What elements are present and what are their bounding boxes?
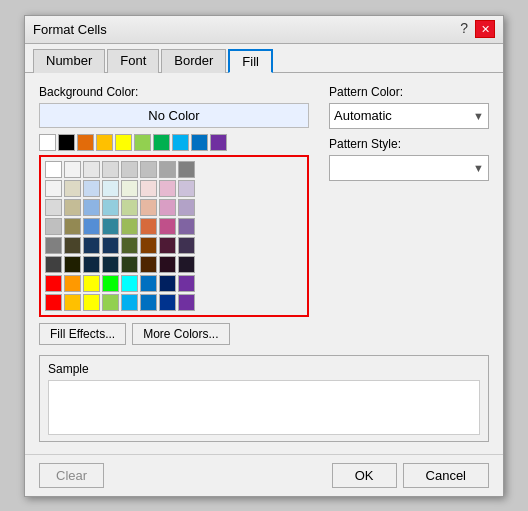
basic-swatch-2[interactable] [77, 134, 94, 151]
grid-swatch-5-3[interactable] [102, 256, 119, 273]
grid-swatch-0-4[interactable] [121, 161, 138, 178]
grid-swatch-7-1[interactable] [64, 294, 81, 311]
grid-swatch-3-3[interactable] [102, 218, 119, 235]
grid-swatch-6-3[interactable] [102, 275, 119, 292]
grid-swatch-4-0[interactable] [45, 237, 62, 254]
grid-swatch-6-6[interactable] [159, 275, 176, 292]
tab-font[interactable]: Font [107, 49, 159, 73]
grid-swatch-4-6[interactable] [159, 237, 176, 254]
grid-swatch-2-5[interactable] [140, 199, 157, 216]
basic-swatch-6[interactable] [153, 134, 170, 151]
grid-swatch-5-2[interactable] [83, 256, 100, 273]
grid-swatch-5-6[interactable] [159, 256, 176, 273]
grid-swatch-2-1[interactable] [64, 199, 81, 216]
cancel-button[interactable]: Cancel [403, 463, 489, 488]
grid-swatch-0-6[interactable] [159, 161, 176, 178]
sample-section: Sample [39, 355, 489, 442]
basic-swatch-1[interactable] [58, 134, 75, 151]
help-button[interactable]: ? [456, 20, 472, 38]
no-color-button[interactable]: No Color [39, 103, 309, 128]
grid-swatch-0-5[interactable] [140, 161, 157, 178]
basic-swatch-5[interactable] [134, 134, 151, 151]
grid-swatch-6-2[interactable] [83, 275, 100, 292]
grid-swatch-0-3[interactable] [102, 161, 119, 178]
basic-swatch-3[interactable] [96, 134, 113, 151]
grid-swatch-1-3[interactable] [102, 180, 119, 197]
grid-swatch-1-4[interactable] [121, 180, 138, 197]
grid-swatch-3-5[interactable] [140, 218, 157, 235]
grid-swatch-3-0[interactable] [45, 218, 62, 235]
ok-button[interactable]: OK [332, 463, 397, 488]
grid-swatch-4-3[interactable] [102, 237, 119, 254]
pattern-color-value: Automatic [334, 108, 392, 123]
grid-swatch-2-3[interactable] [102, 199, 119, 216]
close-button[interactable]: ✕ [475, 20, 495, 38]
grid-swatch-1-0[interactable] [45, 180, 62, 197]
grid-swatch-0-2[interactable] [83, 161, 100, 178]
more-colors-button[interactable]: More Colors... [132, 323, 229, 345]
grid-swatch-6-5[interactable] [140, 275, 157, 292]
basic-swatch-8[interactable] [191, 134, 208, 151]
grid-swatch-7-7[interactable] [178, 294, 195, 311]
basic-colors-row [39, 134, 309, 151]
basic-swatch-4[interactable] [115, 134, 132, 151]
grid-swatch-4-2[interactable] [83, 237, 100, 254]
tab-border[interactable]: Border [161, 49, 226, 73]
grid-swatch-4-1[interactable] [64, 237, 81, 254]
grid-swatch-0-7[interactable] [178, 161, 195, 178]
grid-swatch-6-4[interactable] [121, 275, 138, 292]
grid-swatch-1-5[interactable] [140, 180, 157, 197]
tab-number[interactable]: Number [33, 49, 105, 73]
grid-swatch-5-1[interactable] [64, 256, 81, 273]
basic-swatch-9[interactable] [210, 134, 227, 151]
grid-swatch-3-1[interactable] [64, 218, 81, 235]
grid-swatch-0-0[interactable] [45, 161, 62, 178]
grid-swatch-2-0[interactable] [45, 199, 62, 216]
grid-swatch-1-1[interactable] [64, 180, 81, 197]
fill-content: Background Color: No Color [25, 73, 503, 454]
grid-swatch-2-4[interactable] [121, 199, 138, 216]
grid-swatch-6-0[interactable] [45, 275, 62, 292]
bottom-bar: Clear OK Cancel [25, 454, 503, 496]
grid-swatch-5-5[interactable] [140, 256, 157, 273]
grid-swatch-4-7[interactable] [178, 237, 195, 254]
grid-swatch-1-6[interactable] [159, 180, 176, 197]
basic-swatch-7[interactable] [172, 134, 189, 151]
background-color-label: Background Color: [39, 85, 309, 99]
grid-swatch-2-2[interactable] [83, 199, 100, 216]
dialog-title: Format Cells [33, 22, 107, 37]
grid-swatch-7-0[interactable] [45, 294, 62, 311]
grid-swatch-7-5[interactable] [140, 294, 157, 311]
two-column-layout: Background Color: No Color [39, 85, 489, 345]
clear-button[interactable]: Clear [39, 463, 104, 488]
pattern-style-dropdown[interactable]: ▼ [329, 155, 489, 181]
grid-swatch-1-2[interactable] [83, 180, 100, 197]
basic-swatch-0[interactable] [39, 134, 56, 151]
pattern-color-arrow-icon: ▼ [473, 110, 484, 122]
grid-swatch-6-7[interactable] [178, 275, 195, 292]
grid-swatch-2-6[interactable] [159, 199, 176, 216]
fill-effects-button[interactable]: Fill Effects... [39, 323, 126, 345]
grid-swatch-7-4[interactable] [121, 294, 138, 311]
sample-label: Sample [48, 362, 480, 376]
tab-fill[interactable]: Fill [228, 49, 273, 73]
grid-swatch-7-6[interactable] [159, 294, 176, 311]
grid-swatch-7-2[interactable] [83, 294, 100, 311]
grid-swatch-5-0[interactable] [45, 256, 62, 273]
grid-swatch-1-7[interactable] [178, 180, 195, 197]
grid-swatch-3-7[interactable] [178, 218, 195, 235]
grid-swatch-0-1[interactable] [64, 161, 81, 178]
grid-swatch-4-5[interactable] [140, 237, 157, 254]
color-grid-container [39, 155, 309, 317]
pattern-color-dropdown[interactable]: Automatic ▼ [329, 103, 489, 129]
grid-swatch-3-4[interactable] [121, 218, 138, 235]
grid-swatch-2-7[interactable] [178, 199, 195, 216]
grid-swatch-5-4[interactable] [121, 256, 138, 273]
grid-swatch-6-1[interactable] [64, 275, 81, 292]
grid-swatch-3-6[interactable] [159, 218, 176, 235]
grid-swatch-4-4[interactable] [121, 237, 138, 254]
grid-swatch-5-7[interactable] [178, 256, 195, 273]
grid-swatch-3-2[interactable] [83, 218, 100, 235]
color-grid [45, 161, 303, 311]
grid-swatch-7-3[interactable] [102, 294, 119, 311]
